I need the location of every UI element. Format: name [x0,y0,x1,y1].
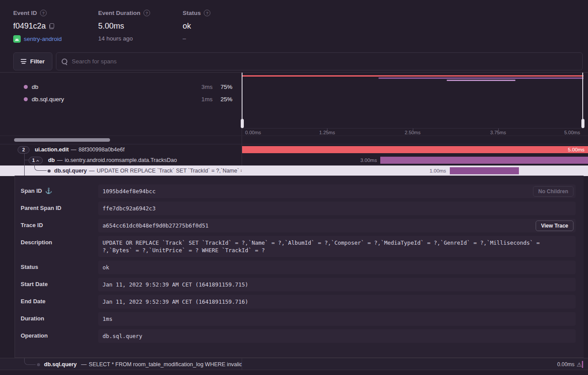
op-percent: 75% [215,84,232,90]
ops-breakdown-row-db-sql-query[interactable]: db.sql.query 1ms 25% [0,93,242,105]
tree-scrollbar-track[interactable] [0,136,588,144]
span-search[interactable] [56,52,583,70]
op-name: db.sql.query [32,96,64,103]
span-row-ui-action-edit[interactable]: 2 ui.action.edit — 88f300998a0b4e6f 5.00… [0,144,588,155]
span-bar[interactable] [242,146,588,153]
span-op: db [48,157,55,163]
anchor-icon[interactable]: ⚓ [45,188,52,194]
status-label: Status [183,10,201,16]
axis-tick: 2.50ms [404,130,420,135]
detail-label: End Date [21,298,45,305]
span-desc: SELECT * FROM room_table_modification_lo… [89,361,242,368]
detail-row-status: Status ok [21,261,576,274]
event-id-label-row: Event ID ? [13,10,62,16]
time-axis: 0.00ms 1.25ms 2.50ms 3.75ms 5.00ms [242,128,584,136]
filter-button[interactable]: Filter [13,52,52,70]
detail-label: Parent Span ID [21,205,61,211]
span-row-db[interactable]: 1 db — io.sentry.android.roomsample.data… [0,155,588,165]
project-link[interactable]: sentry-android [24,36,62,42]
search-input[interactable] [72,58,577,65]
ops-breakdown-row-db[interactable]: db 3ms 75% [0,81,242,93]
zero-width-span-bar[interactable] [582,361,583,368]
status-sub: – [183,35,186,42]
detail-row-operation: Operation db.sql.query [21,329,576,343]
span-detail-page: Event ID ? f0491c2a sentry-android Event… [0,0,588,375]
help-icon[interactable]: ? [40,10,47,16]
panel-divider [242,358,242,370]
detail-label: Span ID [21,188,42,194]
span-op: db.sql.query [44,361,77,368]
minimap-span-line [379,77,584,79]
status-value: ok [183,22,191,31]
span-duration: 5.00ms [568,144,584,155]
span-bar[interactable] [380,157,588,164]
event-duration-label: Event Duration [98,10,140,16]
parent-span-id-value: ffe7dbc92a6942c3 [98,202,576,215]
span-duration: 1.00ms [430,165,446,176]
op-color-dot [24,97,28,101]
operation-value: db.sql.query [98,329,576,343]
op-percent: 25% [215,96,232,103]
axis-tick: 3.75ms [490,130,506,135]
span-desc: io.sentry.android.roomsample.data.Tracks… [65,157,177,163]
status-value-box: ok [98,261,576,274]
detail-label: Trace ID [21,222,43,228]
event-id-value: f0491c2a [13,22,46,31]
status-block: Status ? ok – [183,10,210,42]
minimap-right-handle[interactable] [582,73,583,128]
children-count-badge[interactable]: 2 [18,146,29,154]
detail-row-description: Description UPDATE OR REPLACE `Track` SE… [21,236,576,257]
android-icon [13,35,21,43]
span-op: db.sql.query [54,168,87,174]
detail-row-trace-id: Trace ID a654cc61dc0b48ef9d0b27275b6f0d5… [21,219,576,232]
minimap-span-line [242,75,584,77]
children-count-badge-expanded[interactable]: 1 [29,157,43,164]
axis-tick: 5.00ms [564,130,580,135]
warning-icon: ⚠ [577,361,582,368]
detail-label: Operation [21,332,48,339]
tree-scrollbar-thumb[interactable] [14,138,110,142]
span-tree: 2 ui.action.edit — 88f300998a0b4e6f 5.00… [0,144,588,176]
duration-value: 1ms [98,312,576,326]
span-bar[interactable] [450,167,519,174]
detail-row-parent-span-id: Parent Span ID ffe7dbc92a6942c3 [21,202,576,215]
axis-tick: 0.00ms [245,130,261,135]
op-duration: 3ms [186,84,213,90]
trace-id-value: a654cc61dc0b48ef9d0b27275b6f0d51 View Tr… [98,219,576,232]
span-op: ui.action.edit [35,147,69,153]
span-duration: 3.00ms [360,155,377,165]
span-id-value: 1095bd4ef8e94bcc No Children [98,184,576,198]
filter-icon [21,59,26,64]
axis-tick: 1.25ms [319,130,335,135]
event-id-label: Event ID [13,10,37,16]
detail-row-start-date: Start Date Jan 11, 2022 9:52:39 AM CET (… [21,278,576,291]
help-icon[interactable]: ? [204,10,210,16]
detail-label: Duration [21,315,44,322]
op-name: db [32,84,38,90]
minimap-left-handle[interactable] [242,73,243,128]
op-color-dot [24,85,28,89]
end-date-value: Jan 11, 2022 9:52:39 AM CET (1641891159.… [98,295,576,309]
span-row-db-sql-query-selected[interactable]: db.sql.query — UPDATE OR REPLACE `Track`… [0,165,588,176]
detail-row-end-date: End Date Jan 11, 2022 9:52:39 AM CET (16… [21,295,576,309]
span-duration: 0.00ms [557,361,574,368]
span-details-panel: Span ID ⚓ 1095bd4ef8e94bcc No Children P… [15,176,584,358]
ops-breakdown: db 3ms 75% db.sql.query 1ms 25% [0,81,242,105]
copy-icon[interactable] [49,23,54,29]
detail-label: Description [21,239,52,246]
help-icon[interactable]: ? [143,10,150,16]
event-id-block: Event ID ? f0491c2a sentry-android [13,10,62,43]
chevron-up-icon [36,159,39,162]
span-row-db-sql-query-select[interactable]: db.sql.query — SELECT * FROM room_table_… [0,358,588,370]
detail-row-duration: Duration 1ms [21,312,576,326]
trace-minimap[interactable] [242,73,584,128]
search-icon [62,59,67,64]
detail-row-span-id: Span ID ⚓ 1095bd4ef8e94bcc No Children [21,184,576,198]
no-children-button: No Children [533,186,573,197]
span-desc: 88f300998a0b4e6f [79,147,125,153]
event-age: 14 hours ago [98,35,133,42]
view-trace-button[interactable]: View Trace [536,221,573,231]
detail-label: Start Date [21,281,48,287]
span-desc: UPDATE OR REPLACE `Track` SET `TrackId` … [97,168,242,174]
filter-button-label: Filter [30,58,44,65]
